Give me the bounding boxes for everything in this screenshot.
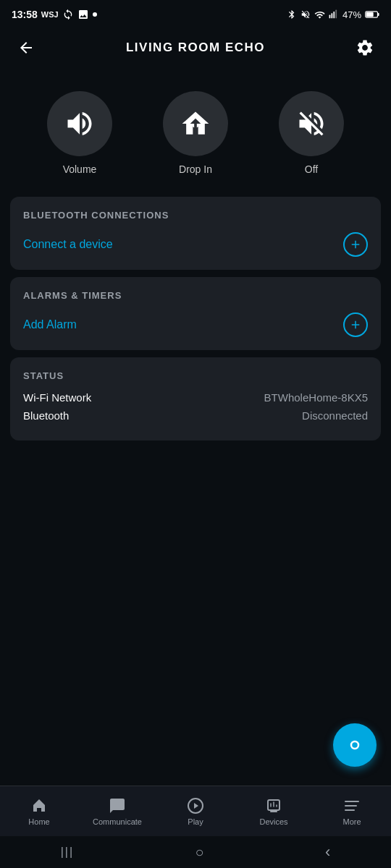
volume-action[interactable]: Volume	[47, 91, 112, 175]
header: LIVING ROOM ECHO	[0, 26, 391, 69]
android-recents[interactable]: |||	[61, 846, 74, 859]
alarms-title: ALARMS & TIMERS	[23, 290, 368, 301]
volume-label: Volume	[63, 163, 97, 175]
dot-indicator	[93, 12, 97, 17]
drop-in-circle	[163, 91, 228, 156]
wifi-icon	[314, 9, 325, 20]
alarms-section: ALARMS & TIMERS Add Alarm	[10, 277, 381, 350]
more-nav-label: More	[342, 817, 361, 826]
bluetooth-title: BLUETOOTH CONNECTIONS	[23, 210, 368, 221]
communicate-nav-label: Communicate	[93, 817, 142, 826]
svg-rect-2	[333, 12, 335, 18]
status-right: 47%	[287, 9, 379, 20]
nav-home[interactable]: Home	[0, 797, 78, 826]
nav-play[interactable]: Play	[156, 797, 235, 826]
wifi-value: BTWholeHome-8KX5	[264, 391, 368, 404]
bluetooth-status-row: Bluetooth Disconnected	[23, 409, 368, 422]
nav-communicate[interactable]: Communicate	[78, 797, 156, 826]
status-bar: 13:58 WSJ 47%	[0, 0, 391, 26]
connect-device-link[interactable]: Connect a device	[23, 238, 113, 251]
drop-in-action[interactable]: Drop In	[163, 91, 228, 175]
devices-nav-icon	[265, 797, 282, 814]
off-action[interactable]: Off	[279, 91, 344, 175]
signal-icon	[329, 9, 339, 20]
play-nav-icon	[187, 797, 204, 814]
nav-devices[interactable]: Devices	[235, 797, 313, 826]
status-left: 13:58 WSJ	[12, 9, 97, 20]
bluetooth-key: Bluetooth	[23, 409, 69, 422]
svg-rect-5	[378, 13, 379, 16]
bluetooth-value: Disconnected	[302, 409, 368, 422]
home-nav-label: Home	[28, 817, 49, 826]
wifi-key: Wi-Fi Network	[23, 391, 91, 404]
home-nav-icon	[30, 797, 48, 814]
settings-button[interactable]	[352, 35, 378, 61]
status-title: STATUS	[23, 370, 368, 381]
status-section: STATUS Wi-Fi Network BTWholeHome-8KX5 Bl…	[10, 357, 381, 441]
drop-in-label: Drop In	[179, 163, 212, 175]
devices-nav-label: Devices	[259, 817, 287, 826]
volume-circle	[47, 91, 112, 156]
time: 13:58	[12, 9, 38, 20]
svg-rect-3	[335, 10, 337, 19]
battery-icon	[365, 10, 379, 19]
android-home[interactable]: ○	[196, 844, 204, 861]
alarms-row: Add Alarm	[23, 312, 368, 337]
back-button[interactable]	[13, 35, 39, 61]
alarm-add-button[interactable]	[343, 312, 368, 337]
add-alarm-link[interactable]: Add Alarm	[23, 318, 77, 331]
nav-more[interactable]: More	[313, 797, 391, 826]
svg-rect-1	[331, 13, 332, 18]
bluetooth-row: Connect a device	[23, 232, 368, 257]
svg-point-9	[352, 742, 358, 748]
page-title: LIVING ROOM ECHO	[39, 41, 352, 55]
image-icon	[77, 9, 89, 20]
actions-row: Volume Drop In Off	[0, 69, 391, 190]
svg-rect-0	[329, 15, 331, 19]
more-nav-icon	[343, 797, 361, 814]
sync-icon	[62, 9, 74, 20]
android-nav: ||| ○ ‹	[0, 836, 391, 868]
wifi-row: Wi-Fi Network BTWholeHome-8KX5	[23, 391, 368, 404]
volume-icon	[64, 108, 96, 140]
bottom-nav: Home Communicate Play Devices M	[0, 786, 391, 836]
mute-icon	[300, 9, 311, 20]
carrier-wsj: WSJ	[41, 10, 59, 19]
off-circle	[279, 91, 344, 156]
off-label: Off	[305, 163, 318, 175]
communicate-nav-icon	[109, 797, 126, 814]
bluetooth-add-button[interactable]	[343, 232, 368, 257]
alexa-fab[interactable]	[333, 723, 377, 767]
play-nav-label: Play	[188, 817, 203, 826]
bluetooth-icon	[287, 9, 297, 20]
svg-rect-6	[366, 12, 374, 17]
alexa-icon	[344, 734, 366, 756]
android-back[interactable]: ‹	[325, 843, 330, 861]
drop-in-icon	[180, 108, 211, 140]
off-icon	[295, 108, 327, 140]
battery-percent: 47%	[342, 9, 361, 20]
bluetooth-section: BLUETOOTH CONNECTIONS Connect a device	[10, 197, 381, 270]
